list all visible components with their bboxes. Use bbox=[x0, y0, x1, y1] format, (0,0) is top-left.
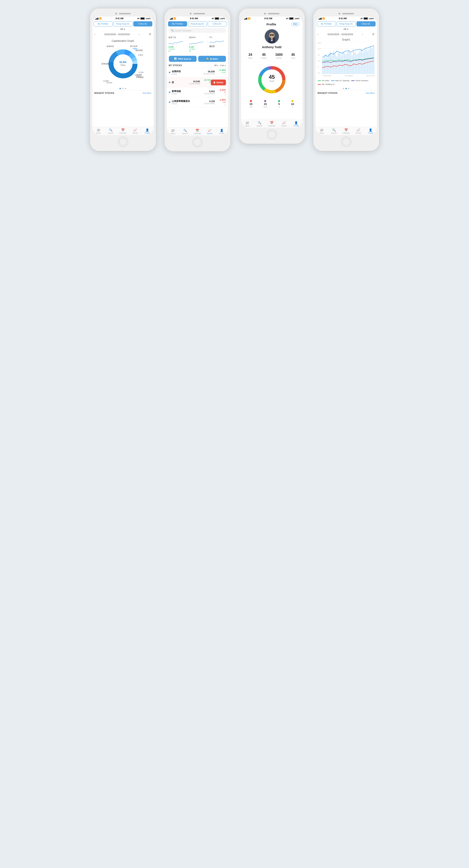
dot-4-1[interactable] bbox=[343, 88, 344, 89]
stock-change-3: -0.23% 21 ↓ bbox=[217, 89, 226, 96]
mini-val-1: 15 bbox=[249, 102, 252, 105]
nav-search-1[interactable]: 🔍 Search bbox=[104, 128, 117, 134]
stock-info-1: 金風科技 02208 bbox=[172, 70, 204, 75]
tab-bar-1: My Portfolio Hong Kong SC China SC bbox=[92, 21, 154, 27]
search-placeholder: Search Symbols... bbox=[175, 29, 193, 32]
nav-stocks-4[interactable]: 📈 Stocks bbox=[352, 128, 365, 134]
nav-calendar-2[interactable]: 📅 Calendar bbox=[191, 129, 204, 134]
pro-search-icon: 📊 bbox=[174, 58, 177, 60]
nav-profile-4[interactable]: 👤 Profile bbox=[365, 128, 377, 134]
nav-calendar-4[interactable]: 📅 Calendar bbox=[340, 128, 352, 134]
ticker-change-1: +0.59% bbox=[168, 48, 185, 50]
nav-profile-1[interactable]: 👤 Profile bbox=[141, 128, 153, 134]
stock-change-4: -2.96% 124 ↓ bbox=[217, 99, 226, 105]
pro-search-label: PRO Search bbox=[178, 58, 191, 60]
tab-hk-sc-2[interactable]: Hong Kong SC bbox=[188, 21, 207, 27]
delete-label: Delete bbox=[216, 81, 223, 84]
tab-my-portfolio-4[interactable]: My Portfolio bbox=[317, 21, 336, 27]
stock-row-1[interactable]: 金風科技 02208 56,830 56,200-57,000 +1.46% 2… bbox=[167, 68, 228, 78]
dot-4-3[interactable] bbox=[348, 88, 349, 89]
svg-rect-58 bbox=[359, 51, 360, 74]
legend-pct3: 4.74% bbox=[138, 71, 144, 73]
svg-text:Other: Other bbox=[120, 64, 126, 66]
all-label-4: All bbox=[344, 28, 346, 31]
nav-calendar-1[interactable]: 📅 Calendar bbox=[117, 128, 129, 134]
pro-search-button[interactable]: 📊 PRO Search bbox=[169, 56, 196, 62]
tab-hk-sc-4[interactable]: Hong Kong SC bbox=[337, 21, 356, 27]
ticker-1[interactable]: 破賣下資 3,430 +0.59% 20 bbox=[167, 34, 187, 54]
stock-row-2[interactable]: 技 10,545 10,500-10600 +0.71% 35 ↑ 🗑 Dele… bbox=[167, 78, 228, 87]
home-button-1[interactable] bbox=[118, 137, 128, 147]
section-header-4: BIGGEST STOCKS See More bbox=[318, 92, 375, 94]
nav-news-4[interactable]: 📰 News bbox=[316, 128, 328, 134]
ticker-3[interactable]: HS... 29,72 bbox=[208, 34, 228, 54]
nav-search-label-3: Search bbox=[256, 125, 262, 127]
stock-row-4[interactable]: 山東新華製藥股份 00719 4,105 10,500-10600 -2.96%… bbox=[167, 97, 228, 107]
ticker-val-1: 3,430 bbox=[168, 46, 185, 48]
nav-news-3[interactable]: 📰 News bbox=[241, 121, 253, 127]
see-more-4[interactable]: See More bbox=[366, 92, 375, 94]
dot-1[interactable] bbox=[120, 88, 121, 89]
see-more-1[interactable]: See More bbox=[143, 92, 151, 94]
tab-bar-2: My Portfolio Hong Kong SC China SC bbox=[167, 21, 228, 27]
nav-search-2[interactable]: 🔍 Search bbox=[179, 129, 191, 134]
tab-my-portfolio-1[interactable]: My Portfolio bbox=[94, 21, 113, 27]
nav-news-1[interactable]: 📰 News bbox=[92, 128, 104, 134]
prev-date-icon[interactable]: ‹ bbox=[94, 33, 95, 35]
nav-news-2[interactable]: 📰 News bbox=[167, 129, 179, 134]
dot-4-2[interactable] bbox=[345, 88, 347, 89]
ai-alert-button[interactable]: 🔔 AI Alert bbox=[198, 56, 226, 62]
prev-date-icon-4[interactable]: ‹ bbox=[318, 33, 318, 35]
nav-calendar-3[interactable]: 📅 Calendar bbox=[265, 121, 278, 127]
delete-button[interactable]: 🗑 Delete bbox=[211, 80, 226, 85]
stat-articles: 45 Articles bbox=[261, 53, 267, 59]
all-dropdown-4[interactable]: All ∨ bbox=[344, 28, 349, 31]
nav-stocks-3[interactable]: 📈 Stocks bbox=[278, 121, 290, 127]
bluetooth-icon-3: 🏷 bbox=[286, 18, 288, 20]
all-dropdown[interactable]: All ∨ bbox=[120, 28, 125, 31]
next-date-icon[interactable]: › bbox=[139, 33, 140, 35]
sh-label: SH Index bbox=[322, 80, 330, 82]
home-button-3[interactable] bbox=[267, 130, 277, 139]
nav-profile-3[interactable]: 👤 Profile bbox=[290, 121, 302, 127]
nav-stocks-2[interactable]: 📈 Stocks bbox=[204, 129, 216, 134]
legend-pct4: 3.52% bbox=[136, 75, 141, 77]
settings-icon[interactable]: ⚙ bbox=[149, 33, 151, 36]
nav-profile-2[interactable]: 👤 Profile bbox=[216, 129, 228, 134]
nav-search-4[interactable]: 🔍 Search bbox=[328, 128, 340, 134]
live-filter[interactable]: Live ∨ bbox=[220, 64, 226, 66]
next-date-icon-4[interactable]: › bbox=[362, 33, 363, 35]
search-bar[interactable]: 🔍 Search Symbols... bbox=[169, 28, 226, 33]
stock-change-2: +0.71% 35 ↑ bbox=[201, 79, 211, 86]
home-button-inner-4 bbox=[343, 138, 350, 146]
dot-2[interactable] bbox=[122, 88, 124, 89]
search-icon-4: 🔍 bbox=[332, 128, 336, 132]
stock-dot-1 bbox=[169, 72, 170, 73]
home-button-2[interactable] bbox=[193, 137, 202, 147]
stat-articles-label: Articles bbox=[261, 57, 267, 59]
tab-hk-sc-1[interactable]: Hong Kong SC bbox=[114, 21, 132, 27]
nav-cal-label-2: Calendar bbox=[193, 132, 201, 134]
donut-svg: 52.9% Other bbox=[106, 47, 139, 81]
change-pts-2: 35 bbox=[209, 81, 211, 83]
graph-canvas bbox=[322, 42, 375, 74]
camera-dot bbox=[115, 13, 117, 14]
tab-china-sc-2[interactable]: China SC bbox=[208, 21, 227, 27]
settings-icon-4[interactable]: ⚙ bbox=[372, 33, 375, 36]
nav-stocks-1[interactable]: 📈 Stocks bbox=[129, 128, 141, 134]
stock-row-3[interactable]: 新華保險 01336 8,941 10,500-10600 -0.23% 21 … bbox=[167, 87, 228, 97]
dot-3[interactable] bbox=[125, 88, 126, 89]
all-filter[interactable]: All ∨ bbox=[214, 64, 218, 66]
ticker-2[interactable]: 滬深300 4,102 +0.59% 20 bbox=[187, 34, 208, 54]
tab-my-portfolio-2[interactable]: My Portfolio bbox=[168, 21, 187, 27]
tab-china-sc-4[interactable]: China SC bbox=[356, 21, 376, 27]
ticker-pts-2: 20 bbox=[189, 50, 206, 52]
tab-china-sc-1[interactable]: China SC bbox=[133, 21, 152, 27]
ticker-chart-3 bbox=[209, 39, 226, 45]
stocks-icon: 📈 bbox=[133, 128, 137, 132]
home-button-4[interactable] bbox=[341, 137, 351, 147]
bottom-nav-4: 📰 News 🔍 Search 📅 Calendar 📈 Stocks 👤 Pr… bbox=[316, 127, 377, 135]
camera-dot-3 bbox=[264, 13, 266, 14]
phone-2-top bbox=[167, 11, 228, 17]
nav-search-3[interactable]: 🔍 Search bbox=[253, 121, 265, 127]
